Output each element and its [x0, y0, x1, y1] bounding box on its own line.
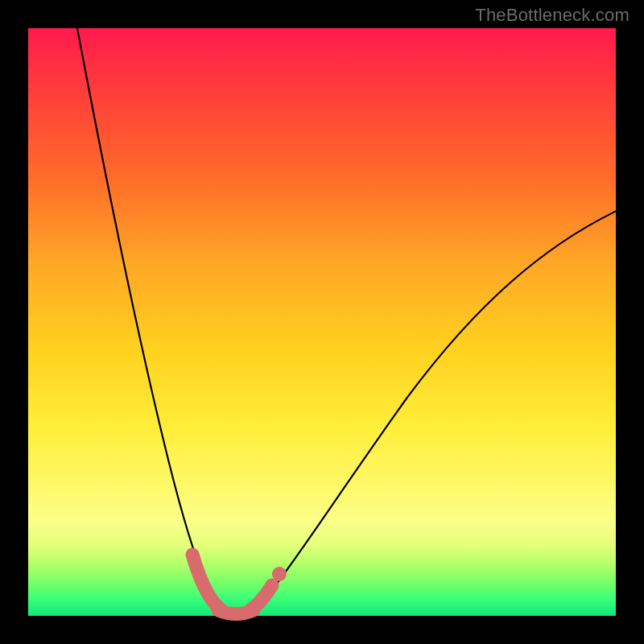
curve-layer	[28, 28, 616, 616]
bottleneck-curve-left	[76, 24, 224, 612]
highlight-dot-right	[272, 567, 287, 581]
plot-area	[28, 28, 616, 616]
highlight-right-marker	[250, 585, 272, 610]
watermark-text: TheBottleneck.com	[475, 5, 630, 26]
highlight-left-marker	[192, 555, 221, 610]
outer-frame: TheBottleneck.com	[0, 0, 644, 644]
bottleneck-curve-right	[247, 209, 620, 612]
